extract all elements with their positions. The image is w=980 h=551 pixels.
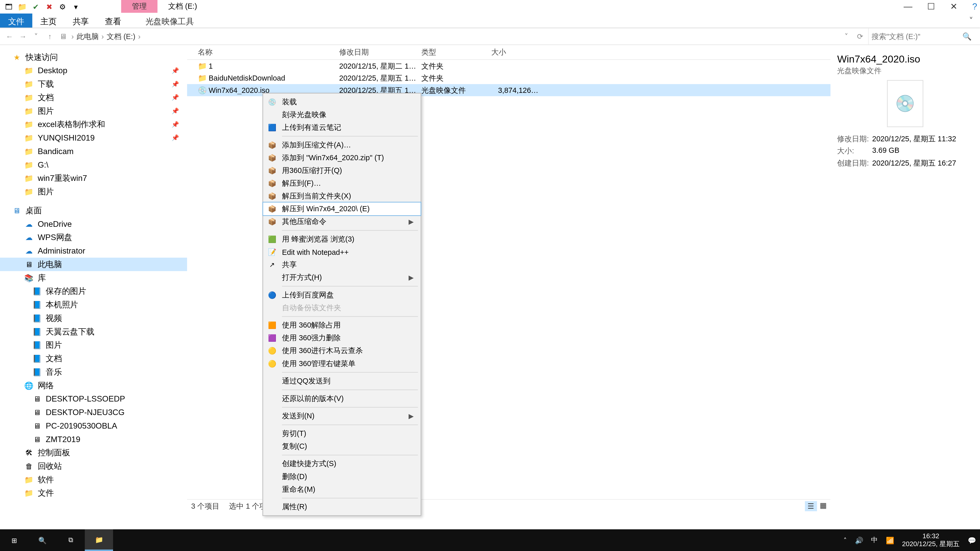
folder-icon[interactable]: 📁: [18, 2, 27, 11]
col-name[interactable]: 名称: [198, 47, 339, 57]
menu-item[interactable]: 剪切(T): [263, 427, 421, 440]
up-button[interactable]: ↑: [45, 32, 55, 41]
menu-item[interactable]: 📦其他压缩命令▶: [263, 215, 421, 228]
nav-quick-item[interactable]: 📁G:\: [0, 158, 187, 171]
nav-network[interactable]: 🌐网络: [0, 379, 187, 392]
minimize-button[interactable]: —: [904, 1, 912, 11]
view-icons-button[interactable]: ▦: [820, 501, 826, 511]
menu-item[interactable]: 📦解压到(F)…: [263, 177, 421, 190]
nav-software-folder[interactable]: 📁软件: [0, 473, 187, 486]
menu-item[interactable]: 🟡使用 360管理右键菜单: [263, 357, 421, 370]
nav-quick-item[interactable]: 📁Desktop📌: [0, 64, 187, 78]
nav-this-pc[interactable]: 🖥此电脑: [0, 258, 187, 271]
ribbon-tab-file[interactable]: 文件: [0, 14, 32, 27]
nav-desktop-item[interactable]: ☁OneDrive: [0, 218, 187, 231]
close-file-icon[interactable]: ✖: [45, 2, 54, 11]
nav-libraries[interactable]: 📚库: [0, 271, 187, 285]
nav-desktop[interactable]: 🖥桌面: [0, 204, 187, 218]
nav-quick-item[interactable]: 📁文档📌: [0, 91, 187, 104]
menu-item[interactable]: 属性(R): [263, 500, 421, 513]
menu-item[interactable]: 刻录光盘映像: [263, 108, 421, 121]
recent-dropdown-icon[interactable]: ˅: [31, 32, 41, 41]
nav-library-item[interactable]: 📘本机照片: [0, 298, 187, 311]
nav-network-item[interactable]: 🖥DESKTOP-LSSOEDP: [0, 392, 187, 406]
menu-item[interactable]: 📦解压到当前文件夹(X): [263, 190, 421, 203]
file-row[interactable]: 📁12020/12/15, 星期二 1…文件夹: [187, 60, 830, 72]
nav-control-panel[interactable]: 🛠控制面板: [0, 446, 187, 459]
nav-quick-access[interactable]: ★快速访问: [0, 51, 187, 64]
explorer-taskbar-button[interactable]: 📁: [85, 529, 113, 551]
volume-icon[interactable]: 🔊: [855, 537, 863, 544]
search-button[interactable]: 🔍: [28, 529, 57, 551]
nav-quick-item[interactable]: 📁下载📌: [0, 77, 187, 91]
nav-quick-item[interactable]: 📁Bandicam: [0, 144, 187, 158]
search-input[interactable]: [872, 32, 952, 41]
nav-desktop-item[interactable]: ☁Administrator: [0, 244, 187, 258]
nav-quick-item[interactable]: 📁YUNQISHI2019📌: [0, 131, 187, 144]
nav-files-folder[interactable]: 📁文件: [0, 486, 187, 500]
menu-item[interactable]: 📦解压到 Win7x64_2020\ (E): [263, 203, 421, 215]
nav-desktop-item[interactable]: ☁WPS网盘: [0, 230, 187, 244]
ribbon-tab-view[interactable]: 查看: [97, 14, 129, 27]
forward-button[interactable]: →: [18, 32, 28, 41]
menu-item[interactable]: 创建快捷方式(S): [263, 457, 421, 470]
refresh-button[interactable]: ⟳: [855, 32, 865, 41]
nav-library-item[interactable]: 📘图片: [0, 338, 187, 352]
nav-library-item[interactable]: 📘天翼云盘下载: [0, 325, 187, 338]
menu-item[interactable]: 🟩用 蜂蜜浏览器 浏览(3): [263, 233, 421, 245]
menu-item[interactable]: 📦用360压缩打开(Q): [263, 164, 421, 177]
view-details-button[interactable]: ☰: [805, 501, 817, 511]
menu-item[interactable]: 📦添加到 "Win7x64_2020.zip" (T): [263, 151, 421, 164]
menu-item[interactable]: 发送到(N)▶: [263, 410, 421, 422]
nav-library-item[interactable]: 📘音乐: [0, 365, 187, 379]
file-row[interactable]: 📁BaiduNetdiskDownload2020/12/25, 星期五 1…文…: [187, 72, 830, 84]
menu-item[interactable]: ↗共享: [263, 259, 421, 271]
back-button[interactable]: ←: [4, 32, 15, 41]
nav-quick-item[interactable]: 📁win7重装win7: [0, 171, 187, 185]
breadcrumb-thispc[interactable]: 此电脑: [76, 32, 99, 41]
nav-library-item[interactable]: 📘文档: [0, 352, 187, 365]
menu-item[interactable]: 📝Edit with Notepad++: [263, 246, 421, 259]
tray-overflow-icon[interactable]: ˄: [843, 537, 847, 544]
qat-dropdown-icon[interactable]: ▾: [72, 2, 81, 11]
menu-item[interactable]: 打开方式(H)▶: [263, 271, 421, 284]
help-icon[interactable]: ?: [972, 1, 977, 11]
nav-network-item[interactable]: 🖥DESKTOP-NJEU3CG: [0, 406, 187, 419]
nav-quick-item[interactable]: 📁图片📌: [0, 104, 187, 118]
breadcrumb-current[interactable]: 文档 (E:): [107, 32, 135, 41]
address-dropdown-icon[interactable]: ˅: [841, 32, 852, 41]
menu-item[interactable]: 📦添加到压缩文件(A)…: [263, 138, 421, 151]
taskbar-clock[interactable]: 16:32 2020/12/25, 星期五: [902, 532, 960, 548]
check-icon[interactable]: ✔: [31, 2, 40, 11]
search-icon[interactable]: 🔍: [963, 32, 972, 41]
ribbon-tab-share[interactable]: 共享: [65, 14, 97, 27]
menu-item[interactable]: 🟧使用 360解除占用: [263, 319, 421, 332]
nav-recycle-bin[interactable]: 🗑回收站: [0, 459, 187, 473]
task-view-button[interactable]: ⧉: [57, 529, 85, 551]
menu-item[interactable]: 还原以前的版本(V): [263, 392, 421, 405]
network-tray-icon[interactable]: 📶: [886, 537, 894, 544]
menu-item[interactable]: 🟡使用 360进行木马云查杀: [263, 345, 421, 357]
nav-network-item[interactable]: 🖥ZMT2019: [0, 433, 187, 446]
nav-network-item[interactable]: 🖥PC-20190530OBLA: [0, 419, 187, 433]
close-button[interactable]: ✕: [950, 1, 958, 11]
nav-library-item[interactable]: 📘保存的图片: [0, 284, 187, 298]
ribbon-tab-disc-tools[interactable]: 光盘映像工具: [137, 14, 202, 27]
ribbon-expand-icon[interactable]: ˅: [963, 14, 980, 27]
nav-quick-item[interactable]: 📁excel表格制作求和📌: [0, 118, 187, 131]
menu-item[interactable]: 删除(D): [263, 470, 421, 483]
menu-item[interactable]: 🟪使用 360强力删除: [263, 332, 421, 345]
menu-item[interactable]: 🔵上传到百度网盘: [263, 289, 421, 301]
menu-item[interactable]: 通过QQ发送到: [263, 375, 421, 387]
col-type[interactable]: 类型: [422, 47, 491, 57]
menu-item[interactable]: 💿装载: [263, 95, 421, 108]
nav-quick-item[interactable]: 📁图片: [0, 185, 187, 198]
menu-item[interactable]: 🟦上传到有道云笔记: [263, 121, 421, 134]
ime-indicator[interactable]: 中: [871, 535, 878, 545]
context-tab-manage[interactable]: 管理: [121, 0, 158, 13]
col-modified[interactable]: 修改日期: [339, 47, 422, 57]
menu-item[interactable]: 重命名(M): [263, 483, 421, 495]
notification-center-icon[interactable]: 💬: [968, 537, 976, 544]
col-size[interactable]: 大小: [491, 47, 545, 57]
start-button[interactable]: ⊞: [0, 529, 28, 551]
